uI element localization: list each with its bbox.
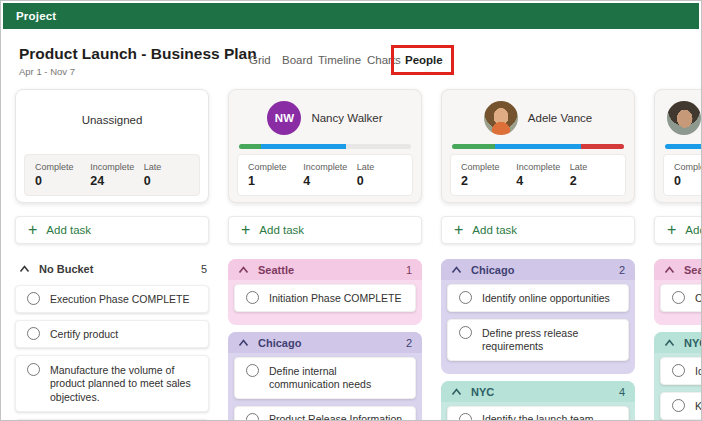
annotation-highlight-box — [391, 45, 454, 75]
task-complete-circle-icon[interactable] — [672, 364, 685, 377]
task-card[interactable]: Certify product — [15, 320, 209, 348]
bucket-nyc: NYC 4 Identify the launch team — [441, 381, 635, 421]
person-column-nancy-walker: NW Nancy Walker Complete 1 Incomplete 4 … — [228, 89, 422, 421]
task-card[interactable]: Identify the launch team — [447, 406, 629, 421]
task-complete-circle-icon[interactable] — [246, 291, 259, 304]
app-window: Project Product Launch - Business Plan A… — [0, 0, 702, 421]
person-name: Nancy Walker — [311, 112, 382, 124]
task-complete-circle-icon[interactable] — [246, 413, 259, 421]
person-column-unassigned: Unassigned Complete 0 Incomplete 24 Late… — [15, 89, 209, 421]
app-titlebar: Project — [3, 3, 699, 29]
progress-bar — [452, 144, 624, 149]
bucket-count: 2 — [619, 264, 625, 276]
bucket-chicago: Chicago 2 Identify online opportunities … — [441, 259, 635, 374]
task-card[interactable]: Identif — [660, 357, 702, 385]
chevron-up-icon — [238, 339, 249, 347]
plus-icon: + — [454, 222, 463, 238]
task-complete-circle-icon[interactable] — [27, 363, 40, 376]
stat-incomplete: Incomplete 4 — [303, 162, 357, 195]
task-card[interactable]: Execution Phase COMPLETE — [15, 285, 209, 313]
person-header: Adele Vance — [442, 101, 634, 135]
bucket-header[interactable]: Chicago 2 — [228, 332, 422, 353]
task-complete-circle-icon[interactable] — [459, 326, 472, 339]
bucket-count: 5 — [201, 263, 207, 275]
chevron-up-icon — [451, 388, 462, 396]
stats-strip: Complete 0 Incomplete Late — [663, 154, 702, 196]
tab-timeline[interactable]: Timeline — [318, 54, 361, 66]
task-complete-circle-icon[interactable] — [27, 292, 40, 305]
stat-complete: Complete 0 — [35, 162, 90, 195]
task-complete-circle-icon[interactable] — [27, 327, 40, 340]
task-card[interactable]: Define press release requirements — [447, 319, 629, 361]
progress-incomplete-segment — [665, 144, 702, 149]
progress-incomplete-segment — [261, 144, 345, 149]
stat-late: Late 2 — [570, 162, 625, 195]
plus-icon: + — [667, 222, 676, 238]
task-complete-circle-icon[interactable] — [246, 364, 259, 377]
avatar-photo — [484, 101, 518, 135]
avatar-initials: NW — [267, 101, 301, 135]
bucket-list: Seattle 1 Initiation Phase COMPLETE Chic… — [228, 259, 422, 421]
bucket-list: Seattle Create NYC Identif — [654, 259, 702, 421]
chevron-up-icon — [664, 339, 675, 347]
bucket-count: 1 — [406, 264, 412, 276]
task-complete-circle-icon[interactable] — [672, 399, 685, 412]
bucket-header[interactable]: NYC 4 — [441, 381, 635, 402]
bucket-header[interactable]: Seattle — [654, 259, 702, 280]
bucket-header[interactable]: Chicago 2 — [441, 259, 635, 280]
bucket-list: No Bucket 5 Execution Phase COMPLETE Cer… — [15, 259, 209, 421]
bucket-count: 2 — [406, 337, 412, 349]
stat-incomplete: Incomplete 4 — [516, 162, 570, 195]
stats-strip: Complete 2 Incomplete 4 Late 2 — [450, 154, 626, 196]
task-card[interactable]: Create — [660, 284, 702, 312]
person-card: Adele Vance Complete 2 Incomplete 4 Late — [441, 89, 635, 203]
tab-grid[interactable]: Grid — [249, 54, 271, 66]
task-card[interactable]: Product Release Information — [234, 406, 416, 421]
task-card[interactable]: Initiation Phase COMPLETE — [234, 284, 416, 312]
bucket-no-bucket: No Bucket 5 Execution Phase COMPLETE Cer… — [15, 261, 209, 421]
stats-strip: Complete 1 Incomplete 4 Late 0 — [237, 154, 413, 196]
task-complete-circle-icon[interactable] — [459, 413, 472, 421]
bucket-header[interactable]: No Bucket 5 — [15, 261, 209, 277]
task-card[interactable]: Define internal communication needs — [234, 357, 416, 399]
progress-late-segment — [581, 144, 624, 149]
bucket-chicago: Chicago 2 Define internal communication … — [228, 332, 422, 421]
task-card[interactable]: Manufacture the volume of product planne… — [15, 355, 209, 412]
stat-incomplete: Incomplete 24 — [90, 162, 144, 195]
task-card[interactable]: Identify online opportunities — [447, 284, 629, 312]
add-task-button[interactable]: + Add task — [228, 216, 422, 244]
person-card: Unassigned Complete 0 Incomplete 24 Late… — [15, 89, 209, 203]
plus-icon: + — [28, 222, 37, 238]
stat-complete: Complete 2 — [461, 162, 516, 195]
person-header — [655, 101, 702, 135]
bucket-nyc: NYC Identif Kickof — [654, 332, 702, 421]
bucket-seattle: Seattle Create — [654, 259, 702, 325]
task-card[interactable]: Kickof — [660, 392, 702, 420]
add-task-button[interactable]: + Add task — [441, 216, 635, 244]
task-complete-circle-icon[interactable] — [459, 291, 472, 304]
bucket-header[interactable]: NYC — [654, 332, 702, 353]
person-column-adele-vance: Adele Vance Complete 2 Incomplete 4 Late — [441, 89, 635, 421]
progress-incomplete-segment — [495, 144, 581, 149]
bucket-header[interactable]: Seattle 1 — [228, 259, 422, 280]
stats-strip: Complete 0 Incomplete 24 Late 0 — [24, 154, 200, 196]
chevron-up-icon — [238, 266, 249, 274]
date-range: Apr 1 - Nov 7 — [19, 66, 75, 77]
person-column-partial: Complete 0 Incomplete Late + Add task — [654, 89, 702, 421]
chevron-up-icon — [664, 266, 675, 274]
person-header: NW Nancy Walker — [229, 101, 421, 135]
stat-late: Late 0 — [357, 162, 412, 195]
avatar-photo — [667, 101, 701, 135]
person-card: Complete 0 Incomplete Late — [654, 89, 702, 203]
add-task-button[interactable]: + Add task — [654, 216, 702, 244]
add-task-button[interactable]: + Add task — [15, 216, 209, 244]
person-name: Unassigned — [16, 114, 208, 126]
app-title: Project — [16, 10, 56, 22]
tab-board[interactable]: Board — [282, 54, 313, 66]
bucket-count: 4 — [619, 386, 625, 398]
person-card: NW Nancy Walker Complete 1 Incomplete 4 … — [228, 89, 422, 203]
task-complete-circle-icon[interactable] — [672, 291, 685, 304]
stat-late: Late 0 — [144, 162, 199, 195]
person-name: Adele Vance — [528, 112, 592, 124]
page-title: Product Launch - Business Plan — [19, 45, 257, 63]
